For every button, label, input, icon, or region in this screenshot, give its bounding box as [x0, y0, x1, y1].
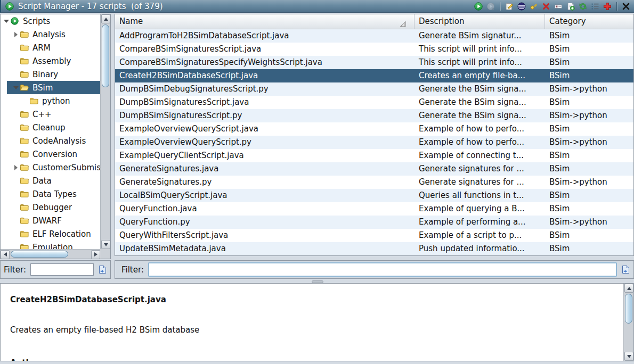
- tree-item-data-types[interactable]: Data Types: [1, 187, 100, 201]
- tree-item-assembly[interactable]: Assembly: [1, 54, 100, 68]
- scroll-down-button[interactable]: [624, 352, 633, 361]
- table-row[interactable]: CompareBSimSignaturesScript.javaThis scr…: [115, 43, 633, 56]
- table-body: AddProgramToH2BSimDatabaseScript.javaGen…: [115, 29, 633, 255]
- edit-script-button[interactable]: [505, 2, 514, 11]
- collapse-arrow-icon[interactable]: [4, 20, 9, 23]
- scroll-right-button[interactable]: [91, 250, 100, 259]
- tree-item-label: python: [42, 96, 70, 106]
- help-button[interactable]: [603, 2, 612, 11]
- table-row[interactable]: ExampleOverviewQueryScript.javaExample o…: [115, 122, 633, 136]
- filter-options-icon[interactable]: [98, 265, 107, 274]
- column-header-description[interactable]: Description: [414, 14, 545, 29]
- column-header-label: Category: [549, 16, 586, 26]
- scroll-up-button[interactable]: [624, 284, 633, 293]
- table-row[interactable]: QueryFunction.pyExample of performing a.…: [115, 216, 633, 229]
- table-row[interactable]: GenerateSignatures.javaGenerate signatur…: [115, 162, 633, 176]
- rename-script-button[interactable]: [554, 2, 563, 11]
- tree-item-debugger[interactable]: Debugger: [1, 201, 100, 214]
- tree-vertical-scrollbar[interactable]: [100, 14, 110, 249]
- edit-in-eclipse-button[interactable]: [517, 2, 526, 11]
- tree-item-label: Binary: [32, 70, 58, 79]
- tree-item-emulation[interactable]: Emulation: [1, 241, 100, 249]
- tree-item-data[interactable]: Data: [1, 174, 100, 187]
- table-row[interactable]: LocalBSimQueryScript.javaQueries all fun…: [115, 189, 633, 202]
- folder-closed-icon: [29, 97, 39, 105]
- table-row[interactable]: UpdateBSimMetadata.javaPush updated info…: [115, 242, 633, 255]
- table-row[interactable]: AddProgramToH2BSimDatabaseScript.javaGen…: [115, 29, 633, 43]
- tree-item-scripts[interactable]: Scripts: [1, 14, 100, 28]
- cell-description: Generate signatures for ...: [414, 176, 545, 189]
- cell-category: BSim: [545, 29, 633, 43]
- tree-item-label: Emulation: [32, 243, 73, 250]
- scroll-up-button[interactable]: [101, 14, 110, 23]
- script-description-panel: CreateH2BSimDatabaseScript.java Creates …: [0, 283, 634, 361]
- table-filter-input[interactable]: [148, 262, 617, 277]
- cell-name: QueryWithFiltersScript.java: [115, 229, 414, 242]
- table-row[interactable]: ExampleOverviewQueryScript.pyExample of …: [115, 136, 633, 149]
- tree-horizontal-scrollbar[interactable]: [1, 249, 100, 259]
- tree-item-python[interactable]: python: [1, 94, 100, 107]
- tree-item-codeanalysis[interactable]: CodeAnalysis: [1, 134, 100, 147]
- expand-arrow-icon[interactable]: [14, 165, 18, 170]
- assign-keybinding-button[interactable]: [529, 2, 539, 11]
- tree-item-label: ELF Relocation: [32, 229, 91, 239]
- toolbar: [474, 2, 631, 11]
- up-arrow-icon: [104, 18, 108, 21]
- tree-item-bsim[interactable]: BSim: [1, 81, 100, 94]
- folder-closed-icon: [20, 230, 29, 238]
- table-row[interactable]: ExampleQueryClientScript.javaExample of …: [115, 149, 633, 162]
- column-header-category[interactable]: Category: [545, 14, 633, 29]
- delete-script-button[interactable]: [541, 2, 551, 11]
- run-script-button[interactable]: [474, 2, 483, 11]
- cell-name: ExampleOverviewQueryScript.py: [115, 136, 414, 149]
- tree-hscroll-thumb[interactable]: [11, 251, 68, 258]
- cell-name: QueryFunction.py: [115, 216, 414, 229]
- description-vertical-scrollbar[interactable]: [623, 284, 633, 361]
- new-script-button[interactable]: [566, 2, 575, 11]
- cell-description: Example of querying a B...: [414, 202, 545, 216]
- toolbar-separator: [500, 2, 500, 11]
- table-row[interactable]: QueryWithFiltersScript.javaExample of a …: [115, 229, 633, 242]
- tree-item-customersubmission[interactable]: CustomerSubmission: [1, 161, 100, 174]
- table-row[interactable]: DumpBSimSignaturesScript.pyGenerate the …: [115, 109, 633, 122]
- tree-item-cleanup[interactable]: Cleanup: [1, 121, 100, 134]
- column-header-name[interactable]: Name: [115, 14, 414, 29]
- description-vscroll-thumb[interactable]: [625, 294, 632, 324]
- table-row[interactable]: CompareBSimSignaturesSpecifyWeightsScrip…: [115, 56, 633, 69]
- tree-item-conversion[interactable]: Conversion: [1, 147, 100, 161]
- cell-category: BSim: [545, 162, 633, 176]
- tree-item-binary[interactable]: Binary: [1, 68, 100, 81]
- tree-item-c-[interactable]: C++: [1, 107, 100, 121]
- cell-name: QueryFunction.java: [115, 202, 414, 216]
- arrow-slot: [2, 20, 10, 23]
- close-x-icon: [622, 2, 630, 11]
- cell-description: Example of a script to p...: [414, 229, 545, 242]
- filter-options-icon[interactable]: [621, 265, 630, 274]
- tree-item-elf-relocation[interactable]: ELF Relocation: [1, 227, 100, 241]
- tree-filter-input[interactable]: [30, 263, 94, 276]
- close-button[interactable]: [621, 2, 631, 11]
- tree-item-analysis[interactable]: Analysis: [1, 28, 100, 41]
- collapse-arrow-icon[interactable]: [13, 86, 19, 89]
- script-directories-button[interactable]: [590, 2, 600, 11]
- cell-category: BSim: [545, 122, 633, 136]
- cell-description: Example of connecting t...: [414, 149, 545, 162]
- tree-vscroll-thumb[interactable]: [102, 24, 109, 87]
- tree-item-arm[interactable]: ARM: [1, 41, 100, 54]
- tree-item-dwarf[interactable]: DWARF: [1, 214, 100, 227]
- refresh-scripts-button[interactable]: [578, 2, 588, 11]
- table-row[interactable]: CreateH2BSimDatabaseScript.javaCreates a…: [115, 69, 633, 82]
- table-row[interactable]: GenerateSignatures.pyGenerate signatures…: [115, 176, 633, 189]
- table-filter-label: Filter:: [121, 265, 144, 275]
- tree-filter-label: Filter:: [4, 265, 26, 275]
- cell-description: Push updated informatio...: [414, 242, 545, 255]
- scroll-left-button[interactable]: [1, 250, 10, 259]
- tree-item-label: Data Types: [32, 189, 77, 199]
- table-row[interactable]: DumpBSimDebugSignaturesScript.pyGenerate…: [115, 82, 633, 96]
- scroll-down-button[interactable]: [101, 240, 110, 249]
- expand-arrow-icon[interactable]: [14, 32, 18, 37]
- table-row[interactable]: DumpBSimSignaturesScript.javaGenerate th…: [115, 96, 633, 109]
- run-last-script-button[interactable]: [486, 2, 495, 11]
- cell-name: DumpBSimSignaturesScript.py: [115, 109, 414, 122]
- table-row[interactable]: QueryFunction.javaExample of querying a …: [115, 202, 633, 216]
